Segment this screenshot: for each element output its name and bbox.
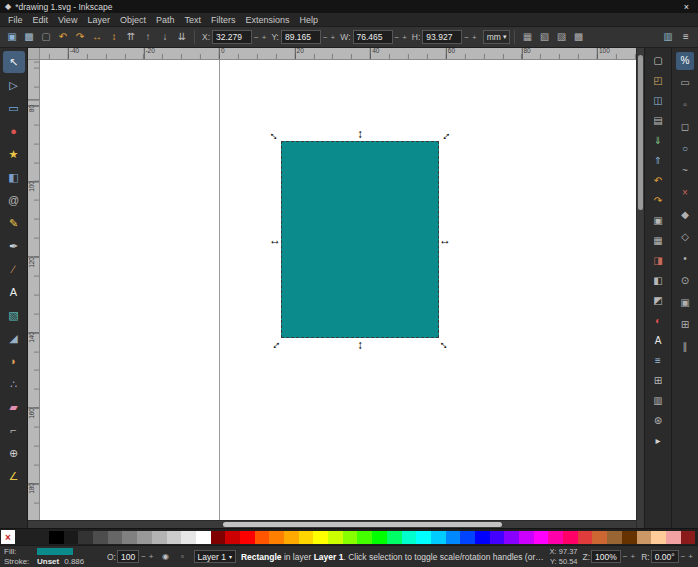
pencil-tool[interactable]: ✎ <box>3 212 25 234</box>
field-h-input[interactable]: 93.927 <box>422 30 462 44</box>
affect-stroke-toggle[interactable]: ▦ <box>519 29 535 45</box>
toolbar-overflow-menu[interactable]: ≡ <box>678 29 694 45</box>
raise-to-top-button[interactable]: ⇈ <box>123 29 139 45</box>
spiral-tool[interactable]: @ <box>3 189 25 211</box>
palette-swatch[interactable] <box>108 531 123 544</box>
palette-swatch[interactable] <box>534 531 549 544</box>
scale-handle-top[interactable]: ↕ <box>357 128 363 140</box>
scale-handle-bottom-right[interactable]: ↔ <box>437 336 454 353</box>
connector-tool[interactable]: ⌐ <box>3 419 25 441</box>
selected-rectangle[interactable]: ↔ ↕ ↔ ↔ ↔ ↔ ↕ ↔ <box>281 141 439 338</box>
palette-swatch[interactable] <box>446 531 461 544</box>
palette-swatch[interactable] <box>167 531 182 544</box>
affect-patterns-toggle[interactable]: ▩ <box>570 29 586 45</box>
document-properties-button[interactable]: ▥ <box>649 392 667 410</box>
layer-visibility-icon[interactable]: ◉ <box>160 551 172 563</box>
palette-swatch[interactable] <box>225 531 240 544</box>
selector-tool[interactable]: ↖ <box>3 51 25 73</box>
ungroup-button[interactable]: ◩ <box>649 292 667 310</box>
palette-swatch[interactable] <box>402 531 417 544</box>
snap-bbox-corners-toggle[interactable]: ◻ <box>676 118 694 136</box>
palette-swatch[interactable] <box>548 531 563 544</box>
palette-swatch[interactable] <box>93 531 108 544</box>
palette-swatch[interactable] <box>211 531 226 544</box>
snap-grids-toggle[interactable]: ⊞ <box>676 316 694 334</box>
scale-handle-right[interactable]: ↔ <box>439 234 451 246</box>
menu-file[interactable]: File <box>3 15 28 25</box>
palette-swatch[interactable] <box>152 531 167 544</box>
field-h-decrement[interactable]: − <box>463 33 470 42</box>
field-h-increment[interactable]: + <box>471 33 478 42</box>
rotation-decrement[interactable]: − <box>680 552 687 561</box>
palette-swatch[interactable] <box>622 531 637 544</box>
undo-button[interactable]: ↶ <box>649 172 667 190</box>
lower-button[interactable]: ↓ <box>157 29 173 45</box>
layer-lock-icon[interactable]: ▫ <box>177 551 189 563</box>
group-button[interactable]: ◧ <box>649 272 667 290</box>
raise-button[interactable]: ↑ <box>140 29 156 45</box>
field-x-decrement[interactable]: − <box>253 33 260 42</box>
ellipse-tool[interactable]: ● <box>3 120 25 142</box>
menu-object[interactable]: Object <box>115 15 151 25</box>
print-button[interactable]: ▤ <box>649 112 667 130</box>
units-dropdown[interactable]: mm ▾ <box>483 30 511 44</box>
snap-nodes-toggle[interactable]: ○ <box>676 140 694 158</box>
new-document-button[interactable]: ▢ <box>649 52 667 70</box>
horizontal-scrollbar[interactable] <box>28 520 636 528</box>
export-button[interactable]: ⇑ <box>649 152 667 170</box>
scale-handle-top-left[interactable]: ↔ <box>267 127 284 144</box>
snap-path-intersections-toggle[interactable]: × <box>676 184 694 202</box>
top-ruler[interactable]: -40-20020406080100 <box>40 48 636 60</box>
rotate-cw-button[interactable]: ↷ <box>72 29 88 45</box>
rectangle-tool[interactable]: ▭ <box>3 97 25 119</box>
palette-swatch[interactable] <box>592 531 607 544</box>
gradient-tool[interactable]: ▧ <box>3 304 25 326</box>
pen-tool[interactable]: ✒ <box>3 235 25 257</box>
field-w-decrement[interactable]: − <box>394 33 401 42</box>
vertical-scrollbar-thumb[interactable] <box>638 55 643 210</box>
eraser-tool[interactable]: ▰ <box>3 396 25 418</box>
palette-swatch[interactable] <box>637 531 652 544</box>
palette-swatch[interactable] <box>181 531 196 544</box>
import-button[interactable]: ⇓ <box>649 132 667 150</box>
redo-button[interactable]: ↷ <box>649 192 667 210</box>
scale-handle-bottom-left[interactable]: ↔ <box>267 336 284 353</box>
palette-swatch[interactable] <box>387 531 402 544</box>
bucket-fill-tool[interactable]: ◗ <box>3 350 25 372</box>
zoom-increment[interactable]: + <box>630 552 637 561</box>
fill-swatch[interactable] <box>37 548 73 555</box>
box3d-tool[interactable]: ◧ <box>3 166 25 188</box>
field-x-increment[interactable]: + <box>261 33 268 42</box>
palette-swatch[interactable] <box>255 531 270 544</box>
commands-overflow-chevron[interactable]: ▸ <box>649 432 667 450</box>
layers-dialog-button[interactable]: ≡ <box>649 352 667 370</box>
palette-swatch[interactable] <box>313 531 328 544</box>
field-w-increment[interactable]: + <box>401 33 408 42</box>
field-y-decrement[interactable]: − <box>322 33 329 42</box>
measure-tool[interactable]: ∠ <box>3 465 25 487</box>
opacity-increment[interactable]: + <box>148 552 155 561</box>
palette-swatch[interactable] <box>475 531 490 544</box>
palette-swatch[interactable] <box>563 531 578 544</box>
palette-swatch[interactable] <box>122 531 137 544</box>
palette-swatch[interactable] <box>607 531 622 544</box>
snap-guides-toggle[interactable]: ∥ <box>676 338 694 356</box>
calligraphy-tool[interactable]: ∕ <box>3 258 25 280</box>
open-document-button[interactable]: ◰ <box>649 72 667 90</box>
field-x-input[interactable]: 32.279 <box>212 30 252 44</box>
palette-swatch[interactable] <box>240 531 255 544</box>
star-tool[interactable]: ★ <box>3 143 25 165</box>
affect-gradients-toggle[interactable]: ▨ <box>553 29 569 45</box>
palette-swatch[interactable] <box>372 531 387 544</box>
vertical-scrollbar[interactable] <box>636 48 644 528</box>
palette-swatch[interactable] <box>196 531 211 544</box>
rotation-increment[interactable]: + <box>687 552 694 561</box>
align-dialog-button[interactable]: ⊞ <box>649 372 667 390</box>
menu-help[interactable]: Help <box>294 15 323 25</box>
titlebar[interactable]: ◆ *drawing 1.svg - Inkscape × <box>0 0 698 13</box>
palette-swatch[interactable] <box>460 531 475 544</box>
node-tool[interactable]: ▷ <box>3 74 25 96</box>
deselect-button[interactable]: ▢ <box>38 29 54 45</box>
snap-master-toggle[interactable]: % <box>676 52 694 70</box>
palette-swatch[interactable] <box>681 531 696 544</box>
